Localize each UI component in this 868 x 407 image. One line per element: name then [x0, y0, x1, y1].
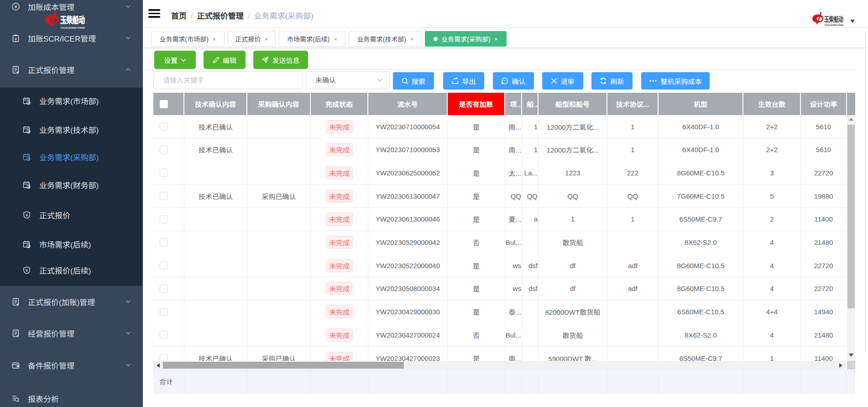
svg-text:玉柴船动: 玉柴船动	[824, 16, 843, 23]
svg-text:YUCHAI MARINE POWER: YUCHAI MARINE POWER	[824, 24, 843, 26]
svg-text:玉柴船动: 玉柴船动	[60, 15, 85, 25]
